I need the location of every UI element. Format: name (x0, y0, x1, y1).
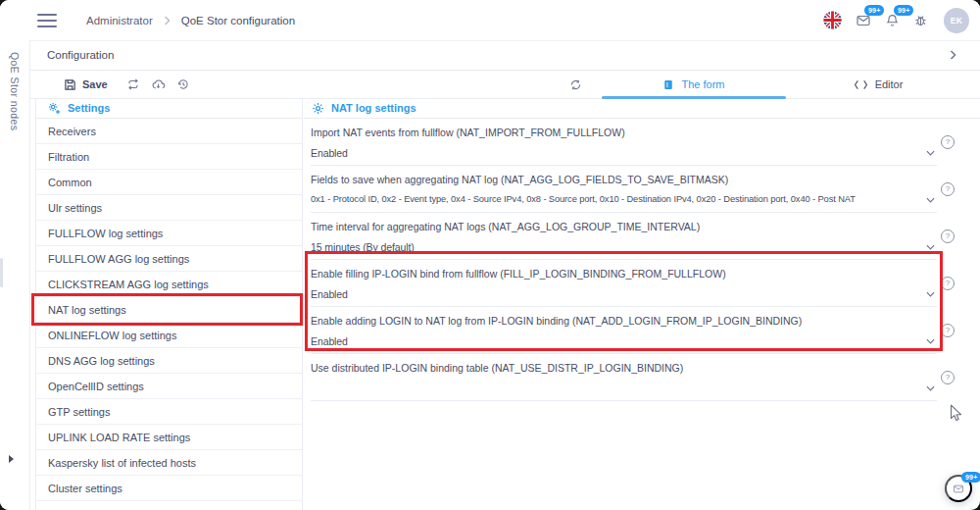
field-select[interactable]: Enabled (311, 335, 935, 347)
sidebar-item-label: Common (48, 177, 92, 188)
save-floppy-icon (64, 78, 76, 91)
body: Settings Receivers Filtration Common Ulr… (30, 98, 980, 510)
gear-icon (312, 102, 324, 115)
menu-icon[interactable] (37, 14, 57, 27)
help-icon[interactable] (941, 135, 955, 149)
form-fields: Import NAT events from fullflow (NAT_IMP… (311, 119, 937, 401)
field-label: Fields to save when aggregating NAT log … (311, 174, 937, 185)
field-value: Enabled (311, 335, 348, 347)
toolbar-right: The form Editor (556, 71, 970, 98)
form-field: Use distributed IP-LOGIN binding table (… (311, 354, 937, 401)
sidebar-item-label: CLICKSTREAM AGG log settings (48, 279, 209, 290)
toolbar-icons (126, 77, 190, 91)
toolbar-left: Save (30, 77, 190, 91)
avatar[interactable]: EK (944, 8, 969, 33)
tab-the-form[interactable]: The form (602, 71, 786, 98)
field-label: Enable adding LOGIN to NAT log from IP-L… (311, 315, 937, 327)
chevron-down-icon[interactable] (926, 291, 935, 297)
sidebar-item[interactable]: GTP settings (36, 399, 302, 425)
sidebar-item[interactable]: NAT log settings (36, 297, 302, 323)
sidebar-item[interactable]: Cluster settings (36, 476, 302, 501)
sidebar-item[interactable]: OpenCellID settings (36, 374, 302, 399)
help-icon[interactable] (941, 277, 955, 290)
chevron-right-icon (164, 16, 171, 26)
sidebar-item[interactable]: ONLINEFLOW log settings (36, 323, 302, 348)
chevron-down-icon[interactable] (926, 244, 935, 250)
code-icon (854, 79, 868, 90)
bug-report-icon[interactable] (913, 13, 928, 27)
refresh-icon[interactable] (569, 78, 582, 91)
sidebar-item-label: GTP settings (48, 406, 110, 418)
form-icon (662, 78, 674, 91)
configuration-title: Configuration (47, 49, 114, 61)
sidebar-item-label: ONLINEFLOW log settings (48, 330, 176, 341)
form-field: Import NAT events from fullflow (NAT_IMP… (311, 119, 937, 166)
scrollbar-thumb[interactable] (0, 258, 3, 287)
sidebar-item-label: Cluster settings (48, 483, 122, 494)
sidebar-item-label: FULLFLOW log settings (48, 228, 163, 239)
field-value: Enabled (311, 288, 348, 300)
messages-icon[interactable]: 99+ (856, 13, 871, 28)
field-select[interactable] (311, 382, 935, 394)
field-select[interactable]: Enabled (311, 288, 935, 300)
form-field: Enable filling IP-LOGIN bind from fullfl… (311, 260, 937, 307)
sidebar-item[interactable]: Common (36, 170, 302, 195)
save-button[interactable]: Save (64, 78, 108, 91)
form-panel: NAT log settings Import NAT events from … (304, 98, 980, 510)
language-flag-icon[interactable] (823, 11, 842, 29)
chevron-down-icon[interactable] (926, 150, 935, 156)
breadcrumb-parent[interactable]: Administrator (86, 15, 153, 26)
help-icon[interactable] (941, 230, 955, 243)
field-select[interactable]: 15 minutes (By default) (311, 241, 935, 253)
rail-label[interactable]: QoE Stor nodes (9, 52, 21, 130)
field-select[interactable]: Enabled (311, 147, 935, 159)
form-field: Fields to save when aggregating NAT log … (311, 166, 937, 213)
envelope-icon (953, 483, 964, 495)
notifications-bell-icon[interactable]: 99+ (885, 13, 900, 28)
sidebar-item-label: Kaspersky list of infected hosts (48, 457, 196, 469)
sync-repeat-icon[interactable] (126, 77, 140, 91)
topbar-actions: 99+ 99+ EK (809, 8, 969, 33)
field-select[interactable]: 0x1 - Protocol ID, 0x2 - Event type, 0x4… (311, 194, 935, 206)
cloud-download-icon[interactable] (151, 77, 166, 91)
sidebar-item-label: UPLINK LOAD RATE settings (48, 432, 190, 443)
sidebar-item-label: Receivers (48, 126, 96, 137)
sidebar-item[interactable]: UPLINK LOAD RATE settings (36, 425, 302, 450)
form-field: Time interval for aggregating NAT logs (… (311, 213, 937, 260)
chevron-right-icon[interactable] (950, 50, 956, 60)
sidebar-item[interactable]: Kaspersky list of infected hosts (36, 450, 302, 476)
tab-editor[interactable]: Editor (786, 71, 970, 98)
sidebar-item[interactable]: Ulr settings (36, 195, 302, 221)
sidebar-item[interactable]: DNS AGG log settings (36, 348, 302, 374)
field-label: Use distributed IP-LOGIN binding table (… (311, 362, 937, 374)
field-label: Time interval for aggregating NAT logs (… (311, 221, 937, 232)
help-icon[interactable] (941, 324, 955, 337)
floating-messages-button[interactable]: 99+ (945, 475, 972, 502)
sidebar-item[interactable]: FULLFLOW AGG log settings (36, 246, 302, 272)
expand-arrow-icon[interactable] (9, 455, 14, 463)
chevron-down-icon[interactable] (926, 385, 935, 391)
settings-sidebar: Settings Receivers Filtration Common Ulr… (35, 98, 303, 510)
content: Configuration Save (30, 40, 980, 510)
toolbar: Save (30, 71, 980, 99)
sidebar-item[interactable]: Receivers (36, 119, 302, 144)
help-icon[interactable] (941, 182, 955, 196)
field-value: 0x1 - Protocol ID, 0x2 - Event type, 0x4… (311, 194, 856, 206)
topbar: Administrator QoE Stor configuration (0, 0, 980, 41)
left-rail: QoE Stor nodes (0, 40, 30, 510)
history-icon[interactable] (176, 77, 190, 91)
help-icon[interactable] (941, 371, 955, 384)
sidebar-item-label: OpenCellID settings (48, 381, 144, 392)
sidebar-item[interactable]: CLICKSTREAM AGG log settings (36, 272, 302, 297)
chevron-down-icon[interactable] (926, 338, 935, 344)
sidebar-item-label: Ulr settings (48, 202, 102, 214)
gears-icon (48, 102, 61, 115)
chevron-down-icon[interactable] (926, 197, 935, 203)
messages-badge: 99+ (864, 5, 884, 16)
sidebar-item[interactable]: Filtration (36, 144, 302, 170)
sidebar-item-label: NAT log settings (48, 304, 126, 316)
configuration-header[interactable]: Configuration (30, 40, 980, 71)
form-field: Enable adding LOGIN to NAT log from IP-L… (311, 307, 937, 354)
sidebar-item[interactable]: FULLFLOW log settings (36, 221, 302, 246)
field-label: Import NAT events from fullflow (NAT_IMP… (311, 127, 937, 138)
